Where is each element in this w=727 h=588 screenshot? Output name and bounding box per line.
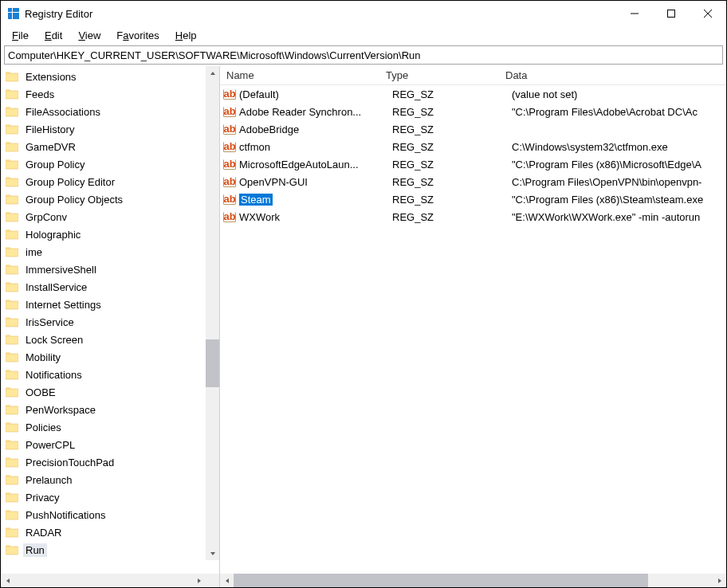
tree-item-label: Group Policy Objects: [23, 193, 125, 206]
menu-file[interactable]: File: [6, 28, 35, 43]
tree-item[interactable]: PenWorkspace: [1, 401, 219, 418]
list-row[interactable]: abWXWorkREG_SZ"E:\WXWork\WXWork.exe" -mi…: [220, 208, 726, 225]
tree-item[interactable]: OOBE: [1, 383, 219, 401]
column-header-data[interactable]: Data: [499, 66, 726, 84]
maximize-button[interactable]: [653, 1, 690, 26]
tree-item[interactable]: ImmersiveShell: [1, 261, 219, 278]
tree-vertical-scrollbar[interactable]: [206, 66, 219, 560]
tree-item[interactable]: PushNotifications: [1, 506, 219, 523]
svg-marker-102: [718, 578, 721, 583]
tree-item[interactable]: GameDVR: [1, 138, 219, 155]
svg-rect-42: [6, 354, 18, 362]
tree-item-label: GameDVR: [23, 140, 78, 154]
tree-item[interactable]: Holographic: [1, 225, 219, 243]
tree-item[interactable]: PrecisionTouchPad: [1, 453, 219, 471]
close-button[interactable]: [690, 1, 726, 26]
tree-item-label: FileAssociations: [23, 105, 103, 119]
tree-item[interactable]: Lock Screen: [1, 331, 219, 348]
tree-item[interactable]: ime: [1, 243, 219, 261]
tree-item[interactable]: Internet Settings: [1, 296, 219, 313]
list-horizontal-scrollbar[interactable]: [220, 574, 726, 587]
column-header-name[interactable]: Name: [220, 66, 379, 84]
svg-rect-58: [6, 494, 18, 502]
list-row[interactable]: abAdobeBridgeREG_SZ: [220, 120, 726, 138]
svg-rect-24: [6, 196, 18, 204]
tree-item[interactable]: GrpConv: [1, 208, 219, 225]
minimize-button[interactable]: [616, 1, 653, 26]
tree-item-label: OOBE: [23, 386, 58, 399]
tree-item[interactable]: Run: [1, 541, 219, 559]
tree-item[interactable]: InstallService: [1, 278, 219, 296]
tree-item-label: Group Policy: [23, 158, 87, 171]
value-name: Adobe Reader Synchron...: [239, 106, 392, 118]
scroll-down-icon[interactable]: [206, 547, 219, 560]
value-type: REG_SZ: [392, 123, 512, 135]
svg-rect-76: [224, 107, 235, 108]
svg-rect-34: [6, 284, 18, 292]
list-row[interactable]: abSteamREG_SZ"C:\Program Files (x86)\Ste…: [220, 190, 726, 208]
menu-view[interactable]: View: [72, 28, 107, 43]
titlebar: Registry Editor: [1, 1, 726, 26]
scroll-corner: [206, 574, 219, 587]
value-data: C:\Windows\system32\ctfmon.exe: [512, 141, 726, 153]
svg-rect-26: [6, 214, 18, 221]
scroll-left-icon[interactable]: [1, 574, 14, 587]
svg-rect-3: [8, 13, 12, 19]
tree-item[interactable]: Group Policy Objects: [1, 190, 219, 208]
tree-item[interactable]: Feeds: [1, 85, 219, 103]
tree-item-label: PrecisionTouchPad: [23, 456, 116, 469]
tree-item[interactable]: Prelaunch: [1, 471, 219, 488]
scroll-left-icon[interactable]: [220, 574, 234, 587]
tree-item-label: Feeds: [23, 88, 57, 101]
tree-item[interactable]: FileHistory: [1, 120, 219, 138]
tree-item[interactable]: RADAR: [1, 523, 219, 541]
list-row[interactable]: ab(Default)REG_SZ(value not set): [220, 85, 726, 103]
svg-rect-88: [224, 159, 235, 160]
tree-item-label: Lock Screen: [23, 333, 85, 347]
scroll-thumb[interactable]: [206, 339, 219, 387]
svg-rect-6: [668, 10, 675, 18]
list-row[interactable]: abAdobe Reader Synchron...REG_SZ"C:\Prog…: [220, 103, 726, 120]
tree-item-label: PowerCPL: [23, 438, 77, 452]
tree-item[interactable]: PowerCPL: [1, 436, 219, 453]
tree-item[interactable]: Group Policy: [1, 155, 219, 173]
tree-item-label: Internet Settings: [23, 298, 104, 312]
svg-rect-32: [6, 266, 18, 274]
list-pane: Name Type Data ab(Default)REG_SZ(value n…: [220, 66, 726, 587]
scroll-right-icon[interactable]: [713, 574, 726, 587]
svg-rect-48: [6, 406, 18, 414]
svg-rect-30: [6, 249, 18, 257]
scroll-up-icon[interactable]: [206, 66, 219, 80]
menu-help[interactable]: Help: [169, 28, 203, 43]
value-type: REG_SZ: [392, 211, 512, 223]
tree-item[interactable]: Notifications: [1, 366, 219, 383]
tree-item[interactable]: Mobility: [1, 348, 219, 366]
tree-item[interactable]: IrisService: [1, 313, 219, 331]
scroll-thumb[interactable]: [234, 574, 648, 587]
menu-favorites[interactable]: Favorites: [110, 28, 165, 43]
tree-item[interactable]: FileAssociations: [1, 103, 219, 120]
list-row[interactable]: abctfmonREG_SZC:\Windows\system32\ctfmon…: [220, 138, 726, 155]
value-type: REG_SZ: [392, 88, 512, 100]
svg-rect-14: [6, 108, 18, 116]
svg-rect-36: [6, 301, 18, 309]
tree-item[interactable]: Group Policy Editor: [1, 173, 219, 190]
column-header-type[interactable]: Type: [379, 66, 499, 84]
svg-marker-68: [198, 578, 201, 583]
list-row[interactable]: abOpenVPN-GUIREG_SZC:\Program Files\Open…: [220, 173, 726, 190]
tree-item-label: Mobility: [23, 351, 63, 364]
tree-item[interactable]: Extensions: [1, 68, 219, 85]
tree-item-label: Privacy: [23, 491, 62, 504]
svg-rect-92: [224, 177, 235, 178]
tree-item[interactable]: Privacy: [1, 488, 219, 506]
address-bar[interactable]: Computer\HKEY_CURRENT_USER\SOFTWARE\Micr…: [4, 45, 723, 65]
tree-item[interactable]: Policies: [1, 418, 219, 436]
menu-edit[interactable]: Edit: [38, 28, 69, 43]
tree-pane: ExtensionsFeedsFileAssociationsFileHisto…: [1, 66, 220, 587]
tree-horizontal-scrollbar[interactable]: [1, 574, 219, 587]
scroll-right-icon[interactable]: [192, 574, 206, 587]
svg-rect-20: [6, 161, 18, 169]
svg-marker-66: [210, 552, 215, 555]
tree-item-label: Prelaunch: [23, 473, 75, 487]
list-row[interactable]: abMicrosoftEdgeAutoLaun...REG_SZ"C:\Prog…: [220, 155, 726, 173]
